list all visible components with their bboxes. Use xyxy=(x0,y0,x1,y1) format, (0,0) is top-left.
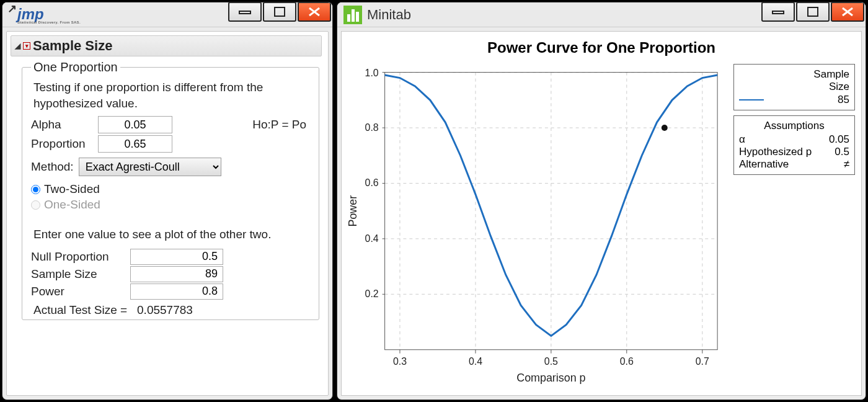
outline-header[interactable]: ◢ ▾ Sample Size xyxy=(11,35,322,56)
minimize-button[interactable] xyxy=(761,2,795,22)
method-row: Method: Exact Agresti-Coull xyxy=(31,158,310,176)
target-marker-icon xyxy=(662,125,668,131)
xtick-3: 0.6 xyxy=(620,356,634,367)
y-axis: 0.2 0.4 0.6 0.8 1.0 xyxy=(365,68,385,300)
null-proportion-label: Null Proportion xyxy=(31,250,130,264)
outline-title: Sample Size xyxy=(33,38,112,54)
chart-row: 0.2 0.4 0.6 0.8 1.0 0.3 0.4 xyxy=(348,60,855,393)
hotspot-icon[interactable]: ▾ xyxy=(23,42,30,50)
jmp-body: ◢ ▾ Sample Size One Proportion Testing i… xyxy=(6,31,329,396)
one-sided-row[interactable]: One-Sided xyxy=(31,198,310,212)
proportion-label: Proportion xyxy=(31,137,98,151)
minitab-title: Minitab xyxy=(367,7,411,23)
method-select[interactable]: Exact Agresti-Coull xyxy=(79,158,221,176)
ytick-2: 0.6 xyxy=(365,177,379,188)
disclosure-icon[interactable]: ◢ xyxy=(15,42,20,50)
actual-test-size-label: Actual Test Size = xyxy=(33,303,127,316)
maximize-button[interactable] xyxy=(796,2,830,22)
x-axis-title: Comparison p xyxy=(516,372,585,384)
xtick-2: 0.5 xyxy=(544,356,558,367)
chart-title: Power Curve for One Proportion xyxy=(348,39,855,56)
jmp-arrow-icon: ↗ xyxy=(7,2,17,16)
minitab-titlebar[interactable]: Minitab xyxy=(337,2,866,27)
y-axis-title: Power xyxy=(348,195,359,227)
alpha-label: Alpha xyxy=(31,118,98,132)
power-row: Power xyxy=(31,284,310,300)
assume-alt-label: Alternative xyxy=(739,158,789,171)
null-proportion-input[interactable] xyxy=(130,249,223,265)
maximize-button[interactable] xyxy=(263,2,296,22)
legend-header-line1: Sample xyxy=(739,68,849,81)
xtick-1: 0.4 xyxy=(469,356,482,367)
two-sided-row[interactable]: Two-Sided xyxy=(31,182,310,196)
assume-alt-row: Alternative ≠ xyxy=(739,158,849,171)
jmp-logo: ↗ jmp Statistical Discovery. From SAS. xyxy=(9,6,81,24)
proportion-row: Proportion xyxy=(31,135,310,153)
legend-header-line2: Size xyxy=(739,81,849,93)
jmp-logo-sub: Statistical Discovery. From SAS. xyxy=(17,20,81,24)
ytick-1: 0.4 xyxy=(365,233,379,244)
chart-sidebar: Sample Size 85 Assumptions α 0.05 xyxy=(733,60,855,393)
legend-header: Sample Size xyxy=(739,68,849,92)
legend-value: 85 xyxy=(838,94,849,106)
method-label: Method: xyxy=(31,160,74,174)
legend-box: Sample Size 85 xyxy=(733,64,855,110)
power-input[interactable] xyxy=(130,284,223,300)
svg-rect-3 xyxy=(808,7,818,16)
assume-alpha-value: 0.05 xyxy=(829,133,849,146)
minitab-chart-wrap: Power Curve for One Proportion xyxy=(341,31,862,396)
power-curve-plot: 0.2 0.4 0.6 0.8 1.0 0.3 0.4 xyxy=(348,60,730,393)
minitab-icon xyxy=(343,6,362,24)
assumptions-box: Assumptions α 0.05 Hypothesized p 0.5 Al… xyxy=(733,115,855,175)
sample-size-row: Sample Size xyxy=(31,266,310,282)
assume-alpha-row: α 0.05 xyxy=(739,133,849,146)
actual-test-size-value: 0.0557783 xyxy=(137,303,193,316)
null-proportion-row: Null Proportion xyxy=(31,249,310,265)
section-description: Testing if one proportion is different f… xyxy=(33,79,310,111)
minitab-title-group: Minitab xyxy=(343,6,411,24)
one-proportion-section: One Proportion Testing if one proportion… xyxy=(22,60,319,320)
assume-hyp-value: 0.5 xyxy=(835,146,849,158)
one-sided-radio[interactable] xyxy=(31,200,40,210)
jmp-logo-text: ↗ jmp Statistical Discovery. From SAS. xyxy=(9,6,81,24)
assume-alpha-label: α xyxy=(739,133,745,146)
minitab-window-controls xyxy=(761,2,866,27)
assume-hyp-row: Hypothesized p 0.5 xyxy=(739,146,849,158)
close-button[interactable] xyxy=(831,2,864,22)
minimize-button[interactable] xyxy=(228,2,262,22)
ytick-0: 0.2 xyxy=(365,288,379,299)
actual-test-size-row: Actual Test Size = 0.0557783 xyxy=(33,303,310,317)
one-sided-label: One-Sided xyxy=(44,198,100,212)
alpha-input[interactable] xyxy=(98,116,172,133)
assume-alt-value: ≠ xyxy=(844,158,849,171)
svg-rect-0 xyxy=(239,11,250,14)
sample-size-label: Sample Size xyxy=(31,267,130,281)
assumptions-title: Assumptions xyxy=(739,120,849,132)
legend-line-icon xyxy=(739,99,764,100)
ytick-4: 1.0 xyxy=(365,68,379,78)
xtick-0: 0.3 xyxy=(393,356,407,367)
two-sided-radio[interactable] xyxy=(31,185,40,194)
x-axis: 0.3 0.4 0.5 0.6 0.7 xyxy=(393,350,709,367)
two-sided-label: Two-Sided xyxy=(44,182,100,196)
jmp-window: ↗ jmp Statistical Discovery. From SAS. ◢… xyxy=(2,2,333,400)
jmp-logo-label: jmp xyxy=(17,6,44,22)
jmp-titlebar[interactable]: ↗ jmp Statistical Discovery. From SAS. xyxy=(2,2,332,27)
alpha-row: Alpha Ho:P = Po xyxy=(31,116,310,133)
instruction-text: Enter one value to see a plot of the oth… xyxy=(33,226,308,243)
null-hypothesis-text: Ho:P = Po xyxy=(252,118,310,132)
minitab-window: Minitab Power Curve for One Proportion xyxy=(337,2,866,400)
legend-entry: 85 xyxy=(739,94,849,106)
power-label: Power xyxy=(31,285,130,298)
proportion-input[interactable] xyxy=(98,135,172,153)
plot-area: 0.2 0.4 0.6 0.8 1.0 0.3 0.4 xyxy=(348,60,730,393)
svg-rect-2 xyxy=(773,11,784,14)
sample-size-input[interactable] xyxy=(130,266,223,282)
svg-rect-1 xyxy=(275,7,285,16)
assume-hyp-label: Hypothesized p xyxy=(739,146,812,158)
section-legend: One Proportion xyxy=(31,60,120,74)
close-button[interactable] xyxy=(298,2,331,22)
gridlines xyxy=(385,73,718,350)
ytick-3: 0.8 xyxy=(365,122,379,133)
xtick-4: 0.7 xyxy=(696,356,709,367)
